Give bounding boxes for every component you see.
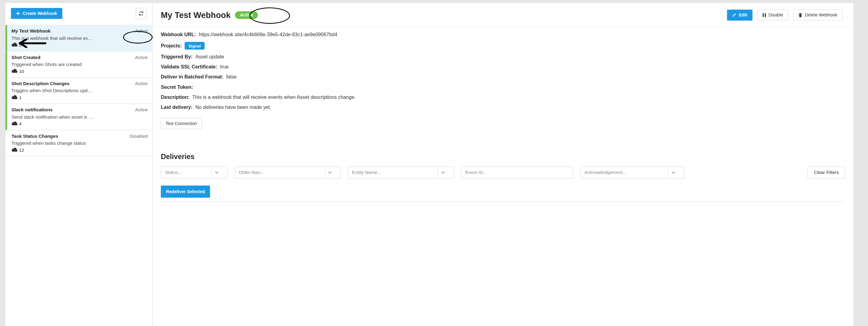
page-title: My Test Webhook [161, 10, 231, 20]
sidebar-toolbar: Create Webhook [5, 3, 152, 25]
svg-rect-1 [765, 13, 766, 17]
desc-label: Description: [161, 95, 190, 100]
status-badge: Active [235, 11, 258, 19]
pencil-icon [733, 13, 736, 17]
project-chip[interactable]: Signal [185, 42, 205, 50]
sidebar: Create Webhook My Test WebhookActiveThis… [5, 3, 153, 326]
ack-filter[interactable]: Acknowledgement... [581, 166, 684, 179]
clear-filters-button[interactable]: Clear Filters [808, 166, 845, 179]
chevron-down-icon [328, 171, 337, 175]
pause-icon [763, 13, 766, 17]
refresh-button[interactable] [135, 8, 147, 19]
entity-filter-placeholder: Entity Name... [352, 170, 381, 175]
redeliver-button[interactable]: Redeliver Selected [161, 185, 210, 198]
webhook-item-count-value: 1 [19, 95, 22, 100]
webhook-item-count: 0 [11, 43, 148, 48]
cloud-icon [11, 122, 18, 126]
entity-filter[interactable]: Entity Name... [348, 166, 454, 179]
webhook-item-count-value: 4 [19, 122, 22, 126]
url-value: https://webhook.site/4c4b668e-39e5-42de-… [199, 32, 337, 38]
status-filter[interactable]: Status... [161, 166, 228, 179]
webhook-item-status: Active [135, 29, 148, 34]
webhook-list-item[interactable]: My Test WebhookActiveThis is a webhook t… [5, 25, 152, 51]
webhook-item-title: My Test Webhook [11, 29, 51, 34]
triggered-label: Triggered By: [161, 54, 192, 60]
projects-label: Projects: [161, 43, 182, 49]
webhook-item-desc: Triggered when tasks change status [11, 141, 148, 146]
secret-label: Secret Token: [161, 84, 193, 90]
webhook-item-count: 12 [11, 148, 148, 153]
chevron-down-icon [672, 171, 680, 175]
delete-label: Delete Webhook [805, 13, 837, 18]
main: My Test Webhook Active Edit Disable [153, 3, 854, 326]
create-webhook-button[interactable]: Create Webhook [11, 8, 62, 19]
trash-icon [798, 13, 802, 17]
last-label: Last delivery: [161, 105, 192, 110]
webhook-item-status: Active [135, 107, 148, 113]
cloud-icon [11, 148, 18, 153]
svg-rect-0 [763, 13, 764, 17]
webhook-item-title: Task Status Changes [11, 134, 58, 139]
webhook-item-count-value: 12 [19, 148, 24, 153]
batched-label: Deliver in Batched Format: [161, 74, 223, 80]
event-id-input[interactable] [461, 166, 573, 179]
webhook-item-title: Shot Created [11, 55, 40, 60]
deliveries-section: Deliveries Status... Older than... [161, 152, 845, 202]
desc-value: This is a webhook that will receive even… [192, 95, 356, 100]
refresh-icon [138, 11, 144, 16]
webhook-item-status: Active [135, 81, 148, 87]
divider [161, 202, 845, 202]
webhook-item-desc: Triggered when Shots are created [11, 62, 148, 67]
main-header: My Test Webhook Active Edit Disable [153, 3, 854, 26]
cloud-icon [11, 43, 18, 48]
webhook-item-count-value: 0 [19, 43, 22, 48]
webhook-item-desc: This is a webhook that will receive ev… [11, 36, 148, 41]
webhook-item-status: Disabled [129, 134, 148, 139]
webhook-item-title: Slack notifications [11, 107, 53, 113]
deliveries-title: Deliveries [161, 152, 845, 161]
older-filter[interactable]: Older than... [235, 166, 341, 179]
edit-button[interactable]: Edit [727, 10, 752, 21]
webhook-list: My Test WebhookActiveThis is a webhook t… [5, 25, 152, 156]
status-filter-placeholder: Status... [165, 170, 182, 175]
edit-label: Edit [739, 13, 747, 18]
webhook-list-item[interactable]: Slack notificationsActiveSend slack noti… [5, 104, 152, 130]
webhook-list-item[interactable]: Task Status ChangesDisabledTriggered whe… [5, 130, 152, 156]
webhook-list-item[interactable]: Shot Description ChangesActiveTriggers w… [5, 78, 152, 104]
last-value: No deliveries have been made yet. [195, 105, 271, 110]
plus-icon [16, 11, 20, 16]
main-body: Webhook URL: https://webhook.site/4c4b66… [153, 26, 854, 202]
older-filter-placeholder: Older than... [239, 170, 265, 175]
webhook-item-count: 10 [11, 69, 148, 74]
triggered-value: Asset update [195, 54, 224, 60]
test-connection-button[interactable]: Test Connection [161, 118, 202, 129]
chevron-down-icon [215, 171, 224, 175]
ssl-value: true [220, 64, 228, 70]
create-webhook-label: Create Webhook [23, 11, 57, 16]
webhook-item-desc: Triggers when Shot Descriptions upd… [11, 88, 148, 94]
cloud-icon [11, 95, 18, 100]
disable-button[interactable]: Disable [757, 10, 788, 21]
chevron-down-icon [441, 171, 450, 175]
ack-filter-placeholder: Acknowledgement... [584, 170, 626, 175]
webhook-item-count: 1 [11, 95, 148, 100]
header-actions: Edit Disable Delete Webhook [727, 10, 842, 21]
delete-button[interactable]: Delete Webhook [793, 10, 842, 21]
webhook-item-title: Shot Description Changes [11, 81, 70, 87]
webhook-item-count-value: 10 [19, 69, 24, 74]
event-id-field[interactable] [465, 170, 569, 175]
deliveries-filters: Status... Older than... [161, 166, 845, 179]
ssl-label: Validate SSL Certificate: [161, 64, 217, 70]
webhook-item-status: Active [135, 55, 148, 60]
webhook-list-item[interactable]: Shot CreatedActiveTriggered when Shots a… [5, 51, 152, 77]
cloud-icon [11, 69, 18, 74]
url-label: Webhook URL: [161, 32, 196, 38]
webhook-item-desc: Send slack notification when asset is … [11, 114, 148, 120]
disable-label: Disable [769, 13, 783, 18]
webhook-item-count: 4 [11, 122, 148, 126]
batched-value: false [226, 74, 237, 80]
